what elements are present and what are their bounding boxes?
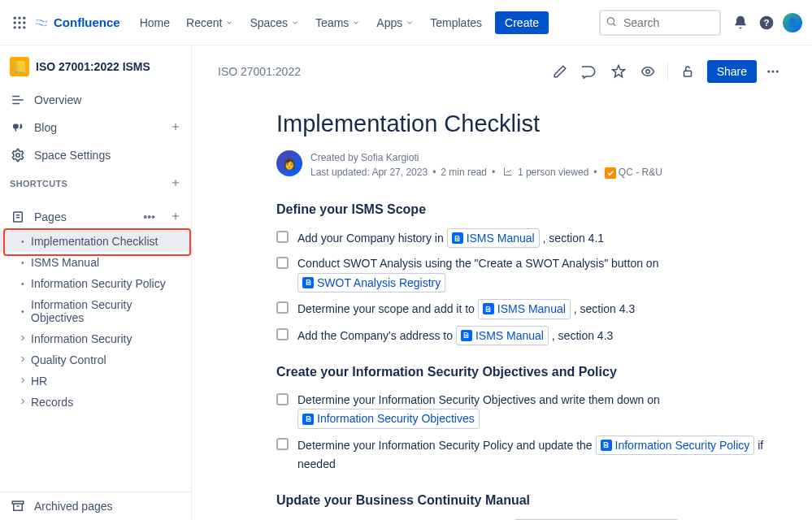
page-tree-item[interactable]: Information Security [0, 328, 191, 349]
comment-icon[interactable] [576, 58, 602, 84]
page-tree-label: Information Security Policy [31, 277, 166, 290]
page-tree-label: Records [31, 396, 73, 409]
app-switcher-icon[interactable] [10, 13, 29, 32]
page-tree-item[interactable]: Information Security Policy [0, 273, 191, 294]
checkbox[interactable] [276, 393, 289, 405]
author-name[interactable]: Sofia Kargioti [361, 152, 419, 163]
checkbox[interactable] [276, 257, 289, 269]
star-icon[interactable] [606, 58, 632, 84]
pages-icon [10, 209, 26, 225]
confluence-logo[interactable]: Confluence [33, 14, 120, 32]
svg-text:?: ? [763, 17, 769, 28]
page-tree-item[interactable]: Quality Control [0, 349, 191, 370]
page-tree-item[interactable]: Information Security Objectives [0, 294, 191, 328]
svg-point-19 [776, 71, 779, 73]
checkbox[interactable] [276, 438, 289, 450]
page-tree-item[interactable]: Implementation Checklist [0, 231, 191, 252]
sidebar-archived[interactable]: Archived pages [0, 492, 191, 520]
notifications-icon[interactable] [727, 10, 753, 36]
restrictions-icon[interactable] [675, 58, 701, 84]
search-input[interactable] [599, 10, 721, 36]
sidebar: 📒 ISO 27001:2022 ISMS Overview Blog Spac… [0, 46, 192, 520]
checkbox[interactable] [276, 231, 289, 243]
add-icon[interactable] [170, 121, 181, 135]
add-icon[interactable] [170, 177, 181, 190]
page-link[interactable]: ISMS Manual [478, 299, 571, 318]
page-tree-item[interactable]: HR [0, 370, 191, 392]
nav-home[interactable]: Home [133, 11, 176, 34]
blog-icon [10, 119, 26, 136]
page-icon [302, 277, 314, 288]
chevron-right-icon [18, 353, 28, 366]
page-actions: Share [547, 58, 786, 84]
watch-icon[interactable] [635, 58, 661, 84]
chevron-right-icon [18, 375, 28, 388]
sidebar-space-settings[interactable]: Space Settings [0, 141, 191, 169]
svg-point-2 [23, 16, 25, 19]
svg-point-15 [645, 70, 649, 74]
user-avatar[interactable]: 👤 [783, 13, 802, 32]
checklist-item: Add the Company's address to ISMS Manual… [276, 326, 786, 345]
nav-templates[interactable]: Templates [423, 11, 489, 34]
svg-point-5 [23, 21, 25, 24]
page-meta: 👩 Created by Sofia Kargioti Last updated… [276, 150, 786, 180]
more-actions-icon[interactable] [760, 58, 786, 84]
space-name: ISO 27001:2022 ISMS [36, 60, 150, 73]
page-link[interactable]: ISMS Manual [447, 228, 540, 248]
qc-label[interactable]: QC - R&U [619, 167, 662, 178]
svg-rect-14 [12, 501, 24, 504]
page-tree-label: Implementation Checklist [31, 235, 158, 248]
meta-text: Created by Sofia Kargioti Last updated: … [310, 150, 662, 180]
more-icon[interactable]: ••• [143, 210, 155, 223]
checkbox[interactable] [276, 301, 289, 314]
page-link[interactable]: Information Security Policy [596, 436, 755, 455]
page-link[interactable]: Information Security Objectives [297, 409, 480, 428]
chevron-down-icon [291, 19, 299, 27]
checklist-item: Conduct SWOT Analysis using the "Create … [276, 254, 786, 292]
checklist-text: Determine your scope and add it to ISMS … [297, 299, 635, 318]
section-heading: Create your Information Security Objecti… [276, 365, 786, 379]
page-link[interactable]: SWOT Analysis Registry [297, 273, 445, 292]
add-icon[interactable] [170, 210, 181, 224]
author-avatar[interactable]: 👩 [276, 150, 302, 176]
shortcuts-section-label: SHORTCUTS [0, 169, 191, 193]
checkbox[interactable] [276, 328, 289, 340]
edit-icon[interactable] [547, 58, 573, 84]
chevron-down-icon [225, 19, 233, 27]
sidebar-pages[interactable]: Pages ••• [0, 203, 191, 231]
svg-point-6 [14, 26, 16, 28]
checklist-text: Add your Company history in ISMS Manual … [297, 228, 604, 248]
create-button[interactable]: Create [495, 11, 549, 34]
sidebar-item-label: Pages [34, 210, 67, 223]
overview-icon [10, 92, 26, 108]
chevron-down-icon [406, 19, 414, 27]
svg-point-17 [767, 71, 770, 73]
checklist-item: Determine your Information Security Obje… [276, 391, 786, 429]
nav-recent[interactable]: Recent [180, 11, 240, 34]
nav-spaces[interactable]: Spaces [243, 11, 306, 34]
page-tree-item[interactable]: Records [0, 392, 191, 413]
svg-point-1 [18, 16, 20, 19]
section-heading: Define your ISMS Scope [276, 202, 786, 217]
breadcrumb[interactable]: ISO 27001:2022 [218, 65, 301, 78]
sidebar-overview[interactable]: Overview [0, 86, 191, 114]
checklist-text: Determine your Information Security Poli… [297, 436, 786, 474]
nav-teams[interactable]: Teams [309, 11, 367, 34]
nav-apps[interactable]: Apps [370, 11, 420, 34]
qc-badge-icon [605, 167, 616, 179]
page-tree-item[interactable]: ISMS Manual [0, 252, 191, 273]
page-link[interactable]: ISMS Manual [456, 326, 549, 345]
sidebar-blog[interactable]: Blog [0, 114, 191, 141]
search-box [599, 10, 721, 36]
checklist-text: Conduct SWOT Analysis using the "Create … [297, 254, 786, 292]
page-icon [302, 414, 314, 425]
svg-point-8 [23, 26, 25, 28]
page-icon [601, 440, 612, 451]
space-header[interactable]: 📒 ISO 27001:2022 ISMS [0, 52, 191, 86]
checklist-item: Add your Company history in ISMS Manual … [276, 228, 786, 248]
sidebar-item-label: Space Settings [34, 149, 111, 162]
top-navigation: Confluence Home Recent Spaces Teams Apps… [0, 0, 812, 46]
page-tree: Implementation ChecklistISMS ManualInfor… [0, 231, 191, 413]
share-button[interactable]: Share [707, 60, 757, 83]
help-icon[interactable]: ? [753, 10, 779, 36]
